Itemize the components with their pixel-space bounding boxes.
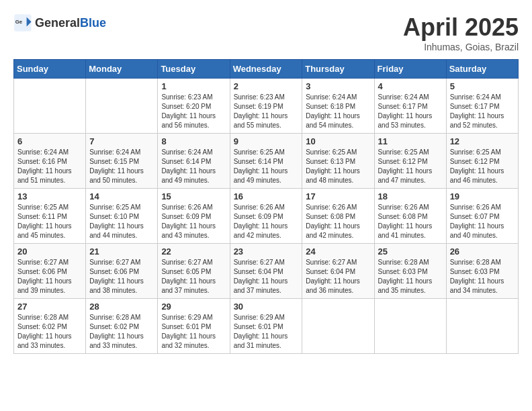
calendar-cell: 20Sunrise: 6:27 AM Sunset: 6:06 PM Dayli… [14, 244, 86, 299]
day-info: Sunrise: 6:27 AM Sunset: 6:06 PM Dayligh… [89, 258, 154, 295]
logo-icon: Ge [13, 13, 32, 32]
calendar-cell [302, 299, 374, 354]
calendar-cell: 7Sunrise: 6:24 AM Sunset: 6:15 PM Daylig… [86, 134, 158, 189]
day-info: Sunrise: 6:26 AM Sunset: 6:08 PM Dayligh… [306, 203, 370, 240]
calendar-cell: 23Sunrise: 6:27 AM Sunset: 6:04 PM Dayli… [230, 244, 302, 299]
day-info: Sunrise: 6:27 AM Sunset: 6:05 PM Dayligh… [161, 258, 226, 295]
day-number: 12 [450, 136, 515, 146]
calendar-cell: 6Sunrise: 6:24 AM Sunset: 6:16 PM Daylig… [14, 134, 86, 189]
day-number: 13 [17, 191, 82, 201]
calendar-week-row: 27Sunrise: 6:28 AM Sunset: 6:02 PM Dayli… [14, 299, 519, 354]
day-info: Sunrise: 6:26 AM Sunset: 6:09 PM Dayligh… [234, 203, 299, 240]
calendar-header-row: SundayMondayTuesdayWednesdayThursdayFrid… [14, 60, 519, 79]
calendar-cell: 13Sunrise: 6:25 AM Sunset: 6:11 PM Dayli… [14, 189, 86, 244]
calendar-cell: 26Sunrise: 6:28 AM Sunset: 6:03 PM Dayli… [446, 244, 518, 299]
day-info: Sunrise: 6:28 AM Sunset: 6:03 PM Dayligh… [378, 258, 443, 295]
calendar-cell: 14Sunrise: 6:25 AM Sunset: 6:10 PM Dayli… [86, 189, 158, 244]
day-number: 26 [450, 246, 515, 257]
calendar-cell [14, 79, 86, 134]
day-number: 19 [450, 191, 515, 201]
calendar-cell: 8Sunrise: 6:24 AM Sunset: 6:14 PM Daylig… [158, 134, 230, 189]
calendar-cell: 17Sunrise: 6:26 AM Sunset: 6:08 PM Dayli… [302, 189, 374, 244]
calendar-cell: 1Sunrise: 6:23 AM Sunset: 6:20 PM Daylig… [158, 79, 230, 134]
day-info: Sunrise: 6:26 AM Sunset: 6:09 PM Dayligh… [161, 203, 226, 240]
calendar-cell: 9Sunrise: 6:25 AM Sunset: 6:14 PM Daylig… [230, 134, 302, 189]
page-header: Ge GeneralBlue April 2025 Inhumas, Goias… [13, 13, 519, 52]
day-number: 8 [161, 136, 226, 146]
day-info: Sunrise: 6:29 AM Sunset: 6:01 PM Dayligh… [234, 313, 299, 351]
calendar-cell: 3Sunrise: 6:24 AM Sunset: 6:18 PM Daylig… [302, 79, 374, 134]
logo-text-general: General [35, 16, 80, 30]
day-info: Sunrise: 6:24 AM Sunset: 6:16 PM Dayligh… [17, 148, 82, 185]
day-number: 10 [306, 136, 370, 146]
calendar-cell [374, 299, 446, 354]
calendar-week-row: 6Sunrise: 6:24 AM Sunset: 6:16 PM Daylig… [14, 134, 519, 189]
calendar-title: April 2025 [403, 13, 519, 42]
calendar-cell: 24Sunrise: 6:27 AM Sunset: 6:04 PM Dayli… [302, 244, 374, 299]
calendar-cell [86, 79, 158, 134]
calendar-day-header: Wednesday [230, 60, 302, 79]
calendar-cell: 25Sunrise: 6:28 AM Sunset: 6:03 PM Dayli… [374, 244, 446, 299]
day-number: 2 [234, 81, 299, 91]
day-info: Sunrise: 6:28 AM Sunset: 6:02 PM Dayligh… [89, 313, 154, 351]
day-number: 16 [234, 191, 299, 201]
day-number: 6 [17, 136, 82, 146]
day-number: 1 [161, 81, 226, 91]
calendar-cell: 30Sunrise: 6:29 AM Sunset: 6:01 PM Dayli… [230, 299, 302, 354]
calendar-cell: 19Sunrise: 6:26 AM Sunset: 6:07 PM Dayli… [446, 189, 518, 244]
day-number: 18 [378, 191, 443, 201]
calendar-table: SundayMondayTuesdayWednesdayThursdayFrid… [13, 59, 519, 354]
day-number: 21 [89, 246, 154, 257]
day-info: Sunrise: 6:24 AM Sunset: 6:17 PM Dayligh… [450, 93, 515, 130]
day-info: Sunrise: 6:27 AM Sunset: 6:06 PM Dayligh… [17, 258, 82, 295]
title-area: April 2025 Inhumas, Goias, Brazil [403, 13, 519, 52]
day-info: Sunrise: 6:23 AM Sunset: 6:20 PM Dayligh… [161, 93, 226, 130]
day-number: 5 [450, 81, 515, 91]
calendar-cell: 22Sunrise: 6:27 AM Sunset: 6:05 PM Dayli… [158, 244, 230, 299]
day-info: Sunrise: 6:24 AM Sunset: 6:17 PM Dayligh… [378, 93, 443, 130]
calendar-cell: 16Sunrise: 6:26 AM Sunset: 6:09 PM Dayli… [230, 189, 302, 244]
calendar-cell: 27Sunrise: 6:28 AM Sunset: 6:02 PM Dayli… [14, 299, 86, 354]
calendar-day-header: Saturday [446, 60, 518, 79]
calendar-day-header: Tuesday [158, 60, 230, 79]
day-number: 4 [378, 81, 443, 91]
calendar-day-header: Thursday [302, 60, 374, 79]
day-number: 20 [17, 246, 82, 257]
calendar-cell: 29Sunrise: 6:29 AM Sunset: 6:01 PM Dayli… [158, 299, 230, 354]
logo-text-blue: Blue [80, 16, 106, 30]
day-info: Sunrise: 6:25 AM Sunset: 6:13 PM Dayligh… [306, 148, 370, 185]
day-info: Sunrise: 6:28 AM Sunset: 6:03 PM Dayligh… [450, 258, 515, 295]
day-info: Sunrise: 6:26 AM Sunset: 6:07 PM Dayligh… [450, 203, 515, 240]
day-number: 17 [306, 191, 370, 201]
day-number: 23 [234, 246, 299, 257]
calendar-cell: 12Sunrise: 6:25 AM Sunset: 6:12 PM Dayli… [446, 134, 518, 189]
calendar-cell: 11Sunrise: 6:25 AM Sunset: 6:12 PM Dayli… [374, 134, 446, 189]
calendar-cell: 2Sunrise: 6:23 AM Sunset: 6:19 PM Daylig… [230, 79, 302, 134]
day-number: 30 [234, 302, 299, 312]
day-number: 11 [378, 136, 443, 146]
calendar-cell: 18Sunrise: 6:26 AM Sunset: 6:08 PM Dayli… [374, 189, 446, 244]
day-number: 27 [17, 302, 82, 312]
day-number: 24 [306, 246, 370, 257]
day-info: Sunrise: 6:23 AM Sunset: 6:19 PM Dayligh… [234, 93, 299, 130]
day-info: Sunrise: 6:24 AM Sunset: 6:14 PM Dayligh… [161, 148, 226, 185]
day-info: Sunrise: 6:25 AM Sunset: 6:14 PM Dayligh… [234, 148, 299, 185]
day-number: 14 [89, 191, 154, 201]
calendar-cell: 5Sunrise: 6:24 AM Sunset: 6:17 PM Daylig… [446, 79, 518, 134]
day-info: Sunrise: 6:25 AM Sunset: 6:12 PM Dayligh… [450, 148, 515, 185]
day-number: 29 [161, 302, 226, 312]
day-number: 22 [161, 246, 226, 257]
calendar-day-header: Sunday [14, 60, 86, 79]
calendar-week-row: 1Sunrise: 6:23 AM Sunset: 6:20 PM Daylig… [14, 79, 519, 134]
day-info: Sunrise: 6:29 AM Sunset: 6:01 PM Dayligh… [161, 313, 226, 351]
day-number: 9 [234, 136, 299, 146]
day-number: 7 [89, 136, 154, 146]
day-info: Sunrise: 6:25 AM Sunset: 6:10 PM Dayligh… [89, 203, 154, 240]
day-info: Sunrise: 6:25 AM Sunset: 6:11 PM Dayligh… [17, 203, 82, 240]
calendar-subtitle: Inhumas, Goias, Brazil [403, 42, 519, 52]
calendar-week-row: 13Sunrise: 6:25 AM Sunset: 6:11 PM Dayli… [14, 189, 519, 244]
day-info: Sunrise: 6:26 AM Sunset: 6:08 PM Dayligh… [378, 203, 443, 240]
calendar-cell: 10Sunrise: 6:25 AM Sunset: 6:13 PM Dayli… [302, 134, 374, 189]
day-number: 28 [89, 302, 154, 312]
calendar-day-header: Monday [86, 60, 158, 79]
